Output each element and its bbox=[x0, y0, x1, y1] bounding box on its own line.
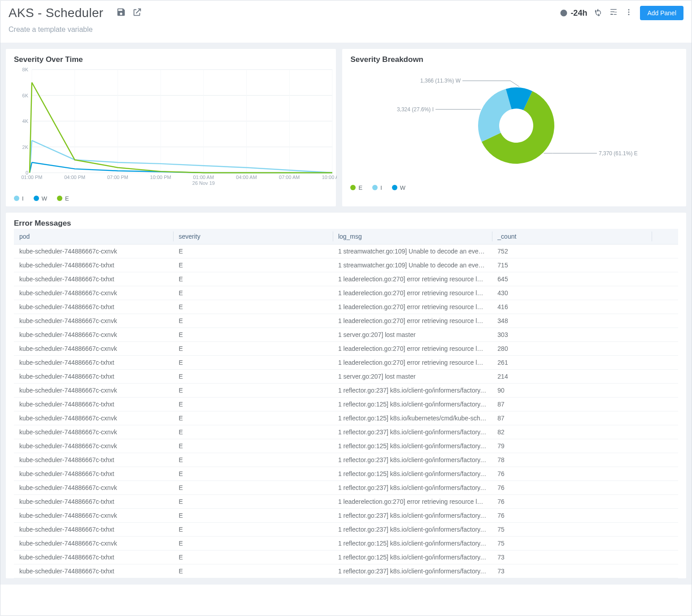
svg-point-2 bbox=[628, 14, 630, 15]
svg-text:1,366 (11.3%) W: 1,366 (11.3%) W bbox=[420, 78, 461, 84]
column-header-_count[interactable]: _count bbox=[492, 229, 651, 245]
table-row[interactable]: kube-scheduler-744886667c-txhxtE1 stream… bbox=[14, 258, 678, 272]
svg-text:10:00 AM: 10:00 AM bbox=[322, 175, 337, 180]
table-row[interactable]: kube-scheduler-744886667c-cxnvkE1 reflec… bbox=[14, 537, 678, 550]
time-range-label: -24h bbox=[570, 9, 587, 18]
svg-text:4K: 4K bbox=[22, 118, 29, 124]
page-title: AKS - Scheduler bbox=[9, 6, 104, 20]
table-row[interactable]: kube-scheduler-744886667c-cxnvkE1 stream… bbox=[14, 245, 678, 258]
severity-over-time-panel: Severity Over Time 02K4K6K8K01:00 PM04:0… bbox=[6, 49, 336, 206]
refresh-icon[interactable] bbox=[594, 8, 602, 18]
table-row[interactable]: kube-scheduler-744886667c-txhxtE1 leader… bbox=[14, 356, 678, 370]
settings-icon[interactable] bbox=[609, 8, 618, 18]
table-row[interactable]: kube-scheduler-744886667c-txhxtE1 reflec… bbox=[14, 398, 678, 411]
column-header-log_msg[interactable]: log_msg bbox=[333, 229, 492, 245]
table-row[interactable]: kube-scheduler-744886667c-cxnvkE1 reflec… bbox=[14, 384, 678, 398]
svg-text:26 Nov 19: 26 Nov 19 bbox=[192, 180, 215, 186]
severity-breakdown-panel: Severity Breakdown 7,370 (61.1%) E3,324 … bbox=[342, 49, 686, 206]
table-row[interactable]: kube-scheduler-744886667c-cxnvkE1 leader… bbox=[14, 314, 678, 328]
pie-legend: EIW bbox=[350, 184, 678, 191]
svg-text:6K: 6K bbox=[22, 93, 29, 98]
severity-over-time-chart: 02K4K6K8K01:00 PM04:00 PM07:00 PM10:00 P… bbox=[14, 65, 337, 191]
legend-item-I[interactable]: I bbox=[372, 184, 382, 191]
legend-item-E[interactable]: E bbox=[57, 195, 69, 202]
legend-item-I[interactable]: I bbox=[14, 195, 24, 202]
svg-text:07:00 AM: 07:00 AM bbox=[279, 175, 300, 180]
column-header-pod[interactable]: pod bbox=[14, 229, 173, 245]
table-row[interactable]: kube-scheduler-744886667c-cxnvkE1 reflec… bbox=[14, 411, 678, 425]
severity-breakdown-chart: 7,370 (61.1%) E3,324 (27.6%) I1,366 (11.… bbox=[350, 65, 678, 182]
error-messages-panel: Error Messages podseveritylog_msg_count … bbox=[6, 213, 686, 578]
panel-title: Severity Breakdown bbox=[350, 55, 678, 64]
legend-item-W[interactable]: W bbox=[34, 195, 47, 202]
add-panel-button[interactable]: Add Panel bbox=[640, 6, 683, 20]
create-template-variable-link[interactable]: Create a template variable bbox=[0, 23, 692, 43]
table-row[interactable]: kube-scheduler-744886667c-cxnvkE1 reflec… bbox=[14, 481, 678, 495]
table-row[interactable]: kube-scheduler-744886667c-txhxtE1 reflec… bbox=[14, 564, 678, 578]
svg-text:3,324 (27.6%) I: 3,324 (27.6%) I bbox=[397, 106, 434, 113]
svg-text:01:00 AM: 01:00 AM bbox=[193, 175, 214, 180]
table-row[interactable]: kube-scheduler-744886667c-txhxtE1 reflec… bbox=[14, 523, 678, 537]
svg-text:04:00 PM: 04:00 PM bbox=[64, 175, 85, 180]
svg-text:8K: 8K bbox=[22, 67, 29, 72]
table-row[interactable]: kube-scheduler-744886667c-cxnvkE1 leader… bbox=[14, 342, 678, 356]
table-row[interactable]: kube-scheduler-744886667c-txhxtE1 reflec… bbox=[14, 467, 678, 481]
table-row[interactable]: kube-scheduler-744886667c-cxnvkE1 reflec… bbox=[14, 509, 678, 523]
svg-text:04:00 AM: 04:00 AM bbox=[236, 175, 257, 180]
svg-text:07:00 PM: 07:00 PM bbox=[107, 175, 128, 180]
table-row[interactable]: kube-scheduler-744886667c-cxnvkE1 leader… bbox=[14, 286, 678, 300]
svg-text:7,370 (61.1%) E: 7,370 (61.1%) E bbox=[599, 150, 638, 157]
svg-text:01:00 PM: 01:00 PM bbox=[21, 175, 42, 180]
error-messages-table: podseveritylog_msg_count kube-scheduler-… bbox=[14, 229, 678, 578]
table-row[interactable]: kube-scheduler-744886667c-txhxtE1 leader… bbox=[14, 300, 678, 314]
time-range-picker[interactable]: -24h bbox=[560, 9, 587, 18]
table-row[interactable]: kube-scheduler-744886667c-txhxtE1 reflec… bbox=[14, 550, 678, 564]
more-icon[interactable] bbox=[625, 8, 633, 18]
svg-point-0 bbox=[628, 9, 630, 10]
table-row[interactable]: kube-scheduler-744886667c-txhxtE1 server… bbox=[14, 370, 678, 384]
table-row[interactable]: kube-scheduler-744886667c-txhxtE1 reflec… bbox=[14, 453, 678, 467]
column-header-severity[interactable]: severity bbox=[173, 229, 332, 245]
table-row[interactable]: kube-scheduler-744886667c-txhxtE1 leader… bbox=[14, 495, 678, 509]
table-row[interactable]: kube-scheduler-744886667c-cxnvkE1 reflec… bbox=[14, 439, 678, 453]
svg-point-1 bbox=[628, 12, 630, 13]
legend-item-W[interactable]: W bbox=[392, 184, 405, 191]
table-row[interactable]: kube-scheduler-744886667c-cxnvkE1 server… bbox=[14, 328, 678, 342]
panel-title: Severity Over Time bbox=[14, 55, 328, 64]
table-header-row: podseveritylog_msg_count bbox=[14, 229, 678, 245]
legend-item-E[interactable]: E bbox=[350, 184, 362, 191]
line-legend: IWE bbox=[14, 195, 328, 202]
svg-text:2K: 2K bbox=[22, 144, 29, 150]
svg-text:10:00 PM: 10:00 PM bbox=[150, 175, 171, 180]
save-icon[interactable] bbox=[116, 7, 126, 19]
table-row[interactable]: kube-scheduler-744886667c-txhxtE1 leader… bbox=[14, 272, 678, 286]
table-row[interactable]: kube-scheduler-744886667c-cxnvkE1 reflec… bbox=[14, 425, 678, 439]
share-icon[interactable] bbox=[132, 7, 142, 19]
panel-title: Error Messages bbox=[14, 219, 678, 228]
